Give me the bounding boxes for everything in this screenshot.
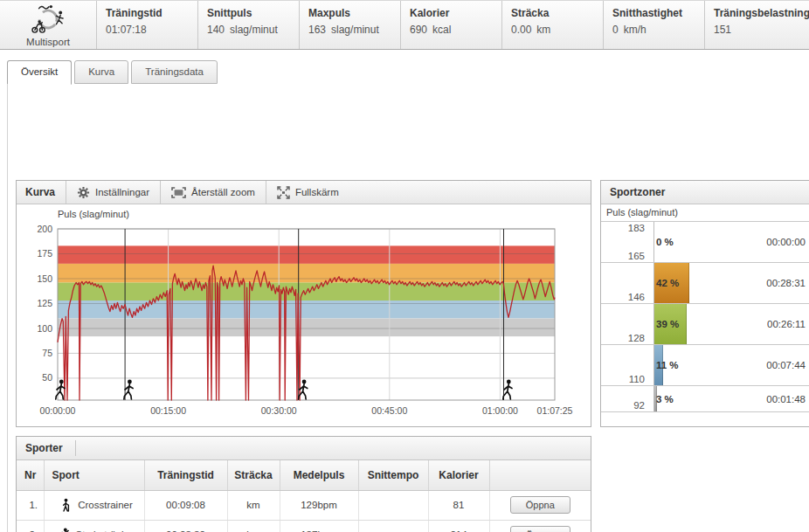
- sport-actions: Öppna: [489, 490, 591, 520]
- x-axis-tick: 01:00:00: [482, 405, 518, 416]
- sports-panel-header: Sporter: [17, 437, 591, 460]
- sport-marker-icon: [56, 380, 65, 399]
- summary-bar: Multisport Träningstid01:07:18Snittpuls1…: [0, 0, 809, 50]
- sport-nr: 1.: [17, 490, 44, 520]
- curve-toolbar: Kurva InställningarÅterställ zoomFullskä…: [17, 181, 591, 204]
- gear-icon: [77, 186, 90, 199]
- sport-pace: [358, 520, 428, 532]
- y-axis-tick: 125: [37, 298, 52, 308]
- zone-time: 00:07:44: [766, 360, 806, 370]
- sport-avg-hr: 129bpm: [280, 490, 358, 520]
- column-header-nr: Nr: [17, 460, 44, 490]
- sports-panel: Sporter NrSportTräningstidSträckaMedelpu…: [16, 436, 591, 532]
- sportzone-row: 1831650 %00:00:00: [601, 222, 809, 263]
- sportzone-row: 14642 %00:28:31: [601, 263, 809, 304]
- reset-zoom-icon: [171, 187, 186, 198]
- zone-percent: 42 %: [656, 278, 679, 288]
- column-header-snittempo: Snittempo: [358, 460, 428, 490]
- open-sport-button[interactable]: Öppna: [510, 526, 570, 532]
- sport-name-cell: Crosstrainer: [44, 490, 144, 520]
- heart-rate-chart-svg[interactable]: Puls (slag/minut)200175150125100755000:0…: [17, 204, 591, 425]
- tab-kurva[interactable]: Kurva: [74, 60, 128, 84]
- terst-ll-zoom-button[interactable]: Återställ zoom: [160, 181, 266, 204]
- tab-tr-ningsdata[interactable]: Träningsdata: [131, 60, 218, 84]
- sport-row: 1.Crosstrainer00:09:08km129bpm81Öppna: [17, 490, 591, 520]
- x-axis-tick: 00:45:00: [371, 405, 407, 416]
- stat-label: Maxpuls: [308, 7, 400, 19]
- stat-value: 01:07:18: [106, 24, 197, 36]
- curve-panel: Kurva InställningarÅterställ zoomFullskä…: [16, 180, 591, 427]
- sportzone-row: 923 %00:01:48: [601, 386, 809, 412]
- column-header-kalorier: Kalorier: [428, 460, 489, 490]
- zone-lower-limit: 128: [601, 333, 645, 343]
- zone-time: 00:01:48: [766, 394, 806, 404]
- sport-row: 2.Styrketräning00:23:32km137bpm214Öppna: [17, 520, 591, 532]
- y-axis-tick: 150: [37, 273, 52, 284]
- summary-stat-maxpuls: Maxpuls163slag/minut: [299, 1, 400, 49]
- zone-lower-limit: 92: [601, 400, 645, 411]
- hr-zone-band: [58, 264, 555, 283]
- column-header-sport: Sport: [44, 460, 144, 490]
- sport-pace: [358, 490, 428, 520]
- zone-axis-line: [653, 222, 654, 262]
- sport-distance: km: [227, 490, 280, 520]
- hr-zone-band: [58, 245, 555, 264]
- stat-value: 163slag/minut: [308, 24, 400, 36]
- heart-rate-chart[interactable]: Puls (slag/minut)200175150125100755000:0…: [17, 204, 591, 429]
- sport-marker-icon: [503, 380, 512, 399]
- zone-time: 00:00:00: [766, 237, 806, 247]
- x-axis-tick: 00:30:00: [261, 405, 297, 416]
- stat-label: Sträcka: [511, 7, 603, 19]
- sportzones-panel: Sportzoner Puls (slag/minut) 1831650 %00…: [600, 180, 809, 427]
- stat-label: Kalorier: [410, 7, 501, 19]
- summary-stat-kalorier: Kalorier690kcal: [400, 1, 501, 49]
- y-axis-tick: 75: [42, 348, 52, 358]
- activity-type: Multisport: [0, 1, 96, 49]
- summary-stat-tr-ningsbelastning: Träningsbelastning151: [704, 1, 809, 49]
- summary-stat-snittpuls: Snittpuls140slag/minut: [197, 1, 299, 49]
- stat-label: Träningstid: [106, 7, 197, 19]
- sports-panel-title: Sporter: [25, 437, 63, 459]
- fullsk-rm-button[interactable]: Fullskärm: [266, 181, 349, 204]
- zone-percent: 39 %: [656, 319, 679, 329]
- zone-lower-limit: 165: [601, 251, 645, 261]
- crosstrainer-icon: [59, 498, 73, 512]
- inst-llningar-button[interactable]: Inställningar: [66, 181, 160, 204]
- button-label: Återställ zoom: [191, 181, 255, 204]
- column-header-medelpuls: Medelpuls: [280, 460, 358, 490]
- summary-stat-tr-ningstid: Träningstid01:07:18: [96, 1, 197, 49]
- y-axis-tick: 100: [37, 323, 52, 334]
- zone-lower-limit: 146: [601, 292, 645, 302]
- sportzone-row: 11011 %00:07:44: [601, 345, 809, 386]
- x-axis-tick: 01:07:25: [537, 405, 573, 416]
- sports-table: NrSportTräningstidSträckaMedelpulsSnitte…: [17, 460, 591, 532]
- zone-percent: 0 %: [656, 237, 674, 247]
- sport-duration: 00:09:08: [144, 490, 227, 520]
- x-axis-tick: 00:15:00: [150, 405, 186, 416]
- zone-upper-limit: 183: [601, 223, 645, 233]
- stat-value: 0.00km: [511, 24, 603, 36]
- header-divider: [75, 440, 76, 456]
- sport-name: Crosstrainer: [78, 500, 133, 510]
- sportzone-row: 12839 %00:26:11: [601, 304, 809, 345]
- open-sport-button[interactable]: Öppna: [510, 496, 570, 514]
- sportzones-subtitle: Puls (slag/minut): [601, 204, 809, 222]
- fullscreen-icon: [277, 186, 290, 199]
- zone-percent: 11 %: [656, 360, 679, 370]
- column-header-tr-ningstid: Träningstid: [144, 460, 227, 490]
- sportzones-title: Sportzoner: [601, 181, 809, 204]
- column-header-actions: [489, 460, 591, 490]
- stat-value: 0km/h: [612, 24, 704, 36]
- tab-versikt[interactable]: Översikt: [7, 60, 72, 85]
- strength-icon: [58, 528, 72, 532]
- sport-duration: 00:23:32: [144, 520, 227, 532]
- stat-value: 140slag/minut: [207, 24, 299, 36]
- stat-value: 690kcal: [410, 24, 501, 36]
- button-label: Inställningar: [95, 181, 149, 204]
- y-axis-tick: 175: [37, 248, 52, 259]
- tab-bar: ÖversiktKurvaTräningsdata: [7, 60, 220, 84]
- x-axis-tick: 00:00:00: [40, 405, 76, 416]
- tab-content-frame: Kurva InställningarÅterställ zoomFullskä…: [7, 84, 809, 532]
- chart-title: Puls (slag/minut): [58, 209, 129, 219]
- hr-zone-band: [58, 319, 555, 337]
